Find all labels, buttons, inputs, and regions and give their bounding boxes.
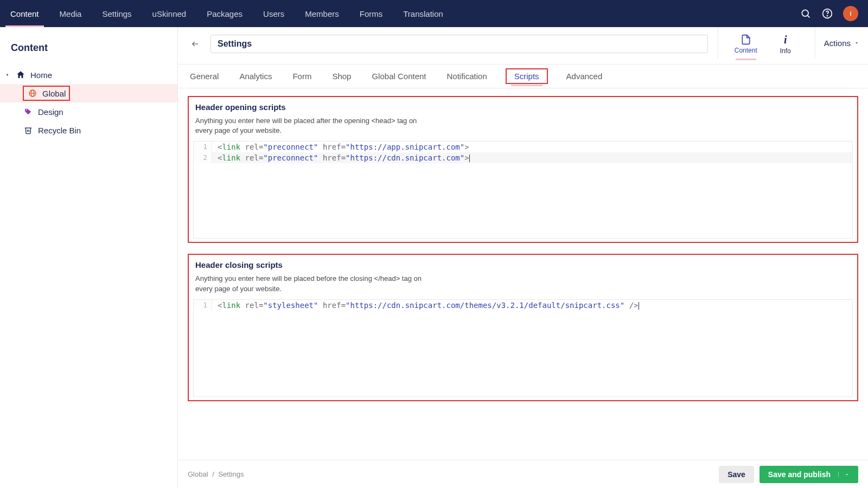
topnav-item-uskinned[interactable]: uSkinned <box>142 0 197 27</box>
code-text: <link rel="stylesheet" href="https://cdn… <box>212 300 852 311</box>
tree-label: Home <box>30 70 52 80</box>
top-nav-tools: i <box>800 6 858 21</box>
caret-up-icon <box>844 472 850 477</box>
save-button[interactable]: Save <box>719 466 754 483</box>
document-icon <box>741 34 751 46</box>
svg-point-7 <box>26 110 27 111</box>
actions-dropdown[interactable]: Actions <box>815 27 868 59</box>
avatar[interactable]: i <box>843 6 858 21</box>
code-line: 2<link rel="preconnect" href="https://cd… <box>194 152 852 163</box>
home-icon <box>15 70 26 80</box>
tree-label: Global <box>42 89 66 98</box>
trash-icon <box>23 126 34 134</box>
help-icon[interactable] <box>821 8 833 20</box>
topnav-item-users[interactable]: Users <box>253 0 295 27</box>
svg-point-0 <box>802 10 808 16</box>
mode-tab-content[interactable]: Content <box>732 31 760 55</box>
back-button[interactable] <box>188 36 203 52</box>
sidebar-item-home[interactable]: Home <box>0 66 177 84</box>
tree-label: Recycle Bin <box>38 126 81 135</box>
sidebar-item-design[interactable]: Design <box>0 102 177 121</box>
tab-advanced[interactable]: Advanced <box>564 68 605 84</box>
footer-actions: Save Save and publish <box>719 466 858 483</box>
tree-label: Design <box>38 107 63 117</box>
mode-tabs: Content i Info <box>724 31 807 55</box>
topnav-item-forms[interactable]: Forms <box>349 0 393 27</box>
topnav-item-content[interactable]: Content <box>0 0 49 27</box>
content-tabs: GeneralAnalyticsFormShopGlobal ContentNo… <box>178 65 868 88</box>
line-number: 2 <box>194 152 212 163</box>
save-publish-label: Save and publish <box>768 470 831 479</box>
code-line: 1<link rel="stylesheet" href="https://cd… <box>194 300 852 311</box>
line-number: 1 <box>194 300 212 311</box>
topnav-item-settings[interactable]: Settings <box>92 0 142 27</box>
tab-global-content[interactable]: Global Content <box>369 68 428 84</box>
save-publish-caret[interactable] <box>838 472 850 477</box>
tab-general[interactable]: General <box>188 68 221 84</box>
topnav-item-translation[interactable]: Translation <box>393 0 454 27</box>
topnav-item-packages[interactable]: Packages <box>196 0 253 27</box>
line-number: 1 <box>194 142 212 152</box>
page-title-input[interactable] <box>210 35 708 53</box>
top-nav-items: ContentMediaSettingsuSkinnedPackagesUser… <box>0 0 454 27</box>
svg-line-1 <box>808 16 810 18</box>
sidebar: Content HomeGlobalDesignRecycle Bin <box>0 27 178 488</box>
caret-down-icon <box>854 40 859 46</box>
sidebar-item-recycle-bin[interactable]: Recycle Bin <box>0 121 177 139</box>
mode-tab-label: Info <box>780 47 791 55</box>
svg-point-3 <box>827 16 828 16</box>
tab-shop[interactable]: Shop <box>330 68 353 84</box>
tab-notification[interactable]: Notification <box>445 68 489 84</box>
field-title: Header closing scripts <box>195 260 851 269</box>
sidebar-title: Content <box>0 42 177 66</box>
mode-tab-label: Content <box>735 47 757 54</box>
tab-scripts[interactable]: Scripts <box>506 68 548 84</box>
code-line: 1<link rel="preconnect" href="https://ap… <box>194 142 852 152</box>
field-description: Anything you enter here will be placed a… <box>189 114 438 141</box>
field-header-opening-scripts: Header opening scriptsAnything you enter… <box>188 96 858 243</box>
tag-icon <box>23 107 34 116</box>
editor-footer: Global / Settings Save Save and publish <box>178 460 868 488</box>
breadcrumb-current: Settings <box>218 470 244 478</box>
save-publish-button[interactable]: Save and publish <box>760 466 858 483</box>
tab-analytics[interactable]: Analytics <box>237 68 274 84</box>
sidebar-item-global[interactable]: Global <box>0 84 177 102</box>
topnav-item-media[interactable]: Media <box>49 0 92 27</box>
search-icon[interactable] <box>800 8 812 20</box>
code-text: <link rel="preconnect" href="https://app… <box>212 142 852 152</box>
breadcrumb-parent[interactable]: Global <box>188 470 208 478</box>
tab-form[interactable]: Form <box>290 68 314 84</box>
caret-right-icon[interactable] <box>4 73 11 77</box>
code-editor[interactable]: 1<link rel="preconnect" href="https://ap… <box>193 141 853 239</box>
breadcrumb: Global / Settings <box>188 470 244 478</box>
code-editor[interactable]: 1<link rel="stylesheet" href="https://cd… <box>193 299 853 397</box>
topnav-item-members[interactable]: Members <box>295 0 349 27</box>
info-icon: i <box>784 34 787 46</box>
mode-tab-info[interactable]: i Info <box>773 31 799 55</box>
field-title: Header opening scripts <box>195 102 851 112</box>
content-tree: HomeGlobalDesignRecycle Bin <box>0 66 177 139</box>
field-description: Anything you enter here will be placed b… <box>189 272 438 299</box>
form-area: Header opening scriptsAnything you enter… <box>178 88 868 488</box>
breadcrumb-sep: / <box>212 470 214 478</box>
editor-main: Content i Info Actions GeneralAnalyticsF… <box>178 27 868 488</box>
globe-icon <box>27 89 38 98</box>
code-text: <link rel="preconnect" href="https://cdn… <box>212 152 852 163</box>
top-nav: ContentMediaSettingsuSkinnedPackagesUser… <box>0 0 868 27</box>
actions-label: Actions <box>824 38 851 48</box>
field-header-closing-scripts: Header closing scriptsAnything you enter… <box>188 254 858 401</box>
